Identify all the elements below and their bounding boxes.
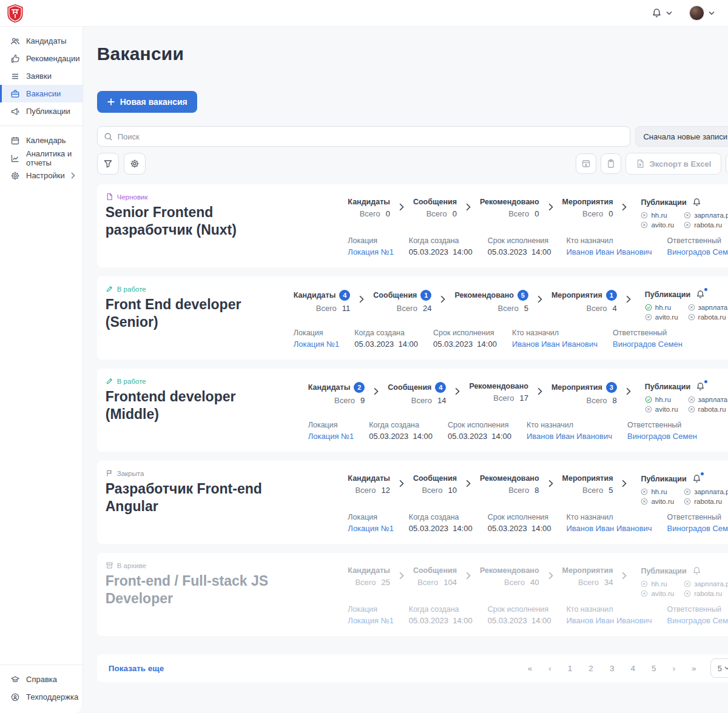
sidebar-item-settings[interactable]: Настройки bbox=[0, 167, 83, 184]
stat-recommended[interactable]: Рекомендовано Всего17 bbox=[469, 382, 528, 403]
app-logo-icon[interactable] bbox=[6, 4, 24, 23]
bell-icon[interactable] bbox=[696, 290, 705, 299]
sidebar-item-vacancies[interactable]: Вакансии bbox=[0, 85, 83, 102]
stat-candidates[interactable]: Кандидаты Всего25 bbox=[348, 566, 390, 587]
vacancy-title[interactable]: Разработчик Front-end Angular bbox=[106, 480, 288, 515]
publication-site[interactable]: rabota.ru bbox=[688, 313, 728, 321]
publication-site[interactable]: rabota.ru bbox=[684, 221, 728, 229]
stat-events[interactable]: Мероприятия3 Всего8 bbox=[551, 382, 617, 405]
stat-messages[interactable]: Сообщения Всего0 bbox=[413, 198, 457, 218]
sidebar-item-recommendations[interactable]: Рекомендации bbox=[0, 50, 83, 67]
publication-site[interactable]: зарплата.ру bbox=[684, 580, 728, 587]
archive-button[interactable] bbox=[576, 153, 596, 174]
publication-site[interactable]: зарплата.ру bbox=[684, 212, 728, 219]
page-size-select[interactable]: 5 bbox=[710, 658, 728, 678]
sidebar-item-help[interactable]: Справка bbox=[0, 671, 83, 688]
stat-candidates[interactable]: Кандидаты Всего0 bbox=[348, 198, 390, 218]
sort-select[interactable]: Сначала новые записи bbox=[635, 126, 728, 147]
page-number[interactable]: 5 bbox=[652, 664, 656, 673]
last-page-button[interactable]: » bbox=[692, 664, 696, 673]
vacancy-card: В работе Frontend developer (Middle) Кан… bbox=[97, 369, 728, 452]
stat-recommended[interactable]: Рекомендовано5 Всего5 bbox=[454, 290, 528, 313]
next-page-button[interactable]: › bbox=[672, 664, 675, 673]
stat-messages[interactable]: Сообщения Всего104 bbox=[413, 566, 457, 587]
sidebar-item-candidates[interactable]: Кандидаты bbox=[0, 32, 83, 50]
location-link[interactable]: Локация №1 bbox=[348, 616, 394, 625]
publication-site[interactable]: avito.ru bbox=[641, 498, 674, 505]
export-excel-button[interactable]: Экспорт в Excel bbox=[625, 153, 722, 175]
stat-recommended[interactable]: Рекомендовано Всего0 bbox=[480, 198, 539, 218]
publication-site[interactable]: avito.ru bbox=[641, 590, 674, 597]
publication-site[interactable]: rabota.ru bbox=[684, 498, 728, 505]
bell-icon[interactable] bbox=[696, 382, 705, 391]
publication-site[interactable]: avito.ru bbox=[641, 221, 674, 229]
page-number[interactable]: 4 bbox=[630, 664, 635, 673]
vacancy-title[interactable]: Front End developer (Senior) bbox=[106, 296, 288, 331]
publication-site[interactable]: rabota.ru bbox=[688, 406, 728, 413]
publication-site[interactable]: hh.ru bbox=[645, 396, 678, 403]
responsible-link[interactable]: Виноградов Семен bbox=[667, 247, 728, 256]
stat-messages[interactable]: Сообщения Всего10 bbox=[413, 474, 457, 495]
stat-events[interactable]: Мероприятия Всего34 bbox=[562, 566, 613, 587]
bell-icon[interactable] bbox=[692, 198, 701, 207]
stat-candidates[interactable]: Кандидаты2 Всего9 bbox=[308, 382, 365, 405]
location-link[interactable]: Локация №1 bbox=[348, 524, 394, 533]
responsible-link[interactable]: Виноградов Семен bbox=[627, 432, 697, 441]
view-settings-button[interactable] bbox=[124, 153, 146, 175]
bell-icon[interactable] bbox=[692, 566, 701, 575]
page-number[interactable]: 3 bbox=[610, 664, 615, 673]
page-number[interactable]: 1 bbox=[568, 664, 573, 673]
bell-icon[interactable] bbox=[692, 474, 701, 483]
stat-recommended[interactable]: Рекомендовано Всего8 bbox=[480, 474, 539, 495]
page-number[interactable]: 2 bbox=[588, 664, 593, 673]
vacancy-title[interactable]: Front-end / Full-stack JS Developer bbox=[106, 572, 288, 608]
stat-events[interactable]: Мероприятия Всего0 bbox=[562, 198, 613, 218]
stat-messages[interactable]: Сообщения4 Всего14 bbox=[388, 382, 446, 405]
publication-site[interactable]: avito.ru bbox=[645, 406, 678, 413]
sidebar-item-calendar[interactable]: Календарь bbox=[0, 132, 83, 149]
stat-candidates[interactable]: Кандидаты Всего12 bbox=[348, 474, 390, 495]
notifications-menu[interactable] bbox=[652, 8, 672, 18]
sidebar-item-requests[interactable]: Заявки bbox=[0, 67, 83, 85]
assigner-link[interactable]: Иванов Иван Иванович bbox=[567, 616, 652, 625]
responsible-link[interactable]: Виноградов Семен bbox=[613, 340, 682, 349]
location-link[interactable]: Локация №1 bbox=[348, 247, 394, 256]
publication-site[interactable]: hh.ru bbox=[645, 304, 678, 311]
publication-site[interactable]: зарплата.ру bbox=[688, 304, 728, 311]
publication-site[interactable]: зарплата.ру bbox=[688, 396, 728, 403]
vacancy-title[interactable]: Frontend developer (Middle) bbox=[106, 388, 288, 423]
user-menu[interactable] bbox=[689, 5, 715, 21]
show-more-link[interactable]: Показать еще bbox=[109, 664, 164, 673]
responsible-link[interactable]: Виноградов Семен bbox=[667, 524, 728, 533]
sidebar-item-publications[interactable]: Публикации bbox=[0, 102, 83, 120]
list-view-button[interactable] bbox=[726, 153, 728, 174]
stat-events[interactable]: Мероприятия Всего5 bbox=[562, 474, 613, 495]
publication-site[interactable]: hh.ru bbox=[641, 580, 674, 587]
publication-site[interactable]: зарплата.ру bbox=[684, 488, 728, 495]
assigner-link[interactable]: Иванов Иван Иванович bbox=[567, 524, 652, 533]
stat-events[interactable]: Мероприятия1 Всего4 bbox=[551, 290, 617, 313]
prev-page-button[interactable]: ‹ bbox=[548, 664, 551, 673]
first-page-button[interactable]: « bbox=[528, 664, 533, 673]
detail-created: Когда создана 05.03.2023 14:00 bbox=[409, 236, 473, 256]
search-input[interactable] bbox=[118, 132, 624, 141]
location-link[interactable]: Локация №1 bbox=[308, 432, 354, 441]
sidebar-item-support[interactable]: Техподдержка bbox=[0, 688, 83, 706]
stat-messages[interactable]: Сообщения1 Всего24 bbox=[373, 290, 431, 313]
filter-button[interactable] bbox=[97, 153, 119, 175]
stat-candidates[interactable]: Кандидаты4 Всего11 bbox=[294, 290, 351, 313]
stat-recommended[interactable]: Рекомендовано Всего40 bbox=[480, 566, 539, 587]
publication-site[interactable]: avito.ru bbox=[645, 313, 678, 321]
sidebar-item-analytics[interactable]: Аналитика и отчеты bbox=[0, 149, 83, 167]
location-link[interactable]: Локация №1 bbox=[294, 340, 340, 349]
assigner-link[interactable]: Иванов Иван Иванович bbox=[567, 247, 652, 256]
publication-site[interactable]: hh.ru bbox=[641, 212, 674, 219]
assigner-link[interactable]: Иванов Иван Иванович bbox=[527, 432, 612, 441]
responsible-link[interactable]: Виноградов Семен bbox=[667, 616, 728, 625]
vacancy-title[interactable]: Senior Frontend разработчик (Nuxt) bbox=[106, 204, 288, 239]
new-vacancy-button[interactable]: Новая вакансия bbox=[97, 91, 197, 113]
publication-site[interactable]: hh.ru bbox=[641, 488, 674, 495]
copy-button[interactable] bbox=[601, 153, 621, 174]
assigner-link[interactable]: Иванов Иван Иванович bbox=[512, 340, 598, 349]
publication-site[interactable]: rabota.ru bbox=[684, 590, 728, 597]
